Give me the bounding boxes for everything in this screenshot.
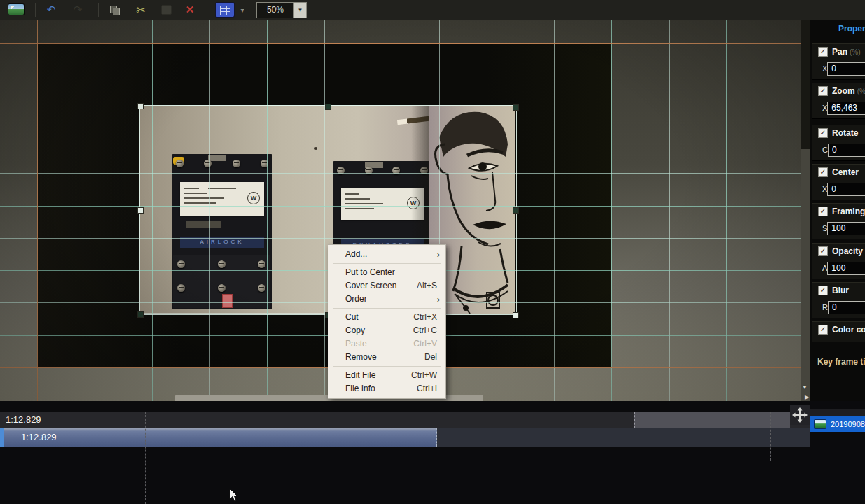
zoom-dropdown-button[interactable]: ▾ [293,3,306,18]
contactor-left: W AIRLOCK [172,154,272,309]
property-value-input[interactable] [828,144,865,157]
properties-panel: Properties ✓ Color correct Key frame tim… [810,20,865,410]
property-section: ✓ Blur R [812,282,865,318]
zoom-level-value: 50% [257,3,293,18]
redo-button[interactable]: ↷ [69,0,87,20]
checkbox-checked-icon[interactable]: ✓ [818,128,828,138]
context-menu-item[interactable]: Copy Ctrl+C [328,324,445,337]
property-section: ✓ Zoom (%) X [812,83,865,119]
move-cursor-icon [790,405,810,425]
track-duration: 1:12.829 [6,414,41,425]
checkbox-checked-icon[interactable]: ✓ [818,206,828,216]
toolbar-separator [35,3,36,17]
grid-orange-line [611,20,611,401]
zoom-combobox[interactable]: 50% ▾ [256,2,307,18]
context-menu-item[interactable]: Put to Center [328,266,445,279]
timeline-marker [145,412,146,504]
context-menu-item[interactable]: Cut Ctrl+X [328,311,445,324]
key-frame-time-label: Key frame time [817,357,865,367]
submenu-arrow-icon: › [437,248,440,261]
redo-icon: ↷ [74,4,83,16]
file-name: 20190908 [831,420,865,428]
caret-down-icon: ▾ [240,6,244,14]
grid-orange-line [37,20,38,401]
selection-handle[interactable] [513,104,519,111]
property-value-input[interactable] [827,62,865,76]
scroll-right-arrow-icon[interactable]: ▶ [805,394,809,400]
menu-separator [333,366,441,367]
clip-bar[interactable]: 1:12.829 [4,428,437,447]
file-list-item-selected[interactable]: 20190908 [810,416,865,432]
property-section: ✓ Center X [812,164,865,200]
timeline: 1:12.829 1:12.829 [0,401,865,504]
context-menu-item[interactable]: Edit File Ctrl+W [328,369,445,382]
brand-logo-icon: W [247,192,260,204]
menu-separator [333,263,441,264]
context-menu-item[interactable]: Add... › [328,248,445,261]
selection-handle[interactable] [513,312,519,318]
grid-icon [220,6,230,15]
checkbox-checked-icon[interactable]: ✓ [818,246,828,256]
timeline-track[interactable]: 1:12.829 [0,412,810,428]
grid-options-caret[interactable]: ▾ [237,0,248,20]
cut-button[interactable]: ✂ [132,0,150,20]
grid-toggle-button[interactable] [216,3,234,17]
property-value-input[interactable] [828,301,865,314]
property-value-input[interactable] [827,262,865,275]
selection-handle[interactable] [137,103,144,109]
checkbox-checked-icon[interactable]: ✓ [818,286,828,295]
undo-icon: ↶ [47,4,56,16]
track-segment[interactable] [634,412,790,428]
delete-icon: ✕ [186,4,195,16]
selection-handle[interactable] [137,312,144,318]
duplicate-button[interactable] [105,0,123,20]
context-menu-item[interactable]: Order › [328,293,445,306]
property-section: ✓ Rotate C [812,125,865,161]
property-section: ✓ Opacity A [812,243,865,279]
duplicate-icon [110,6,119,15]
property-value-input[interactable] [827,102,865,115]
timeline-marker [770,412,772,461]
toolbar: ↶ ↷ ✂ ✕ ▾ 50% ▾ [0,0,865,20]
property-value-input[interactable] [827,183,865,196]
toolbar-separator [209,3,209,17]
vertical-scrollbar[interactable] [801,20,810,401]
grid-orange-line [0,43,801,44]
app-logo-icon [8,4,24,15]
undo-button[interactable]: ↶ [42,0,60,20]
checkbox-checked-icon[interactable]: ✓ [818,325,828,335]
delete-button[interactable]: ✕ [181,0,199,20]
property-section: ✓ Framing S [812,203,865,239]
scroll-down-arrow-icon[interactable]: ▼ [802,384,808,391]
context-menu-item[interactable]: Paste Ctrl+V [328,337,445,351]
selection-handle[interactable] [137,207,144,214]
color-correct-section: ✓ Color correct [812,321,865,342]
checkbox-checked-icon[interactable]: ✓ [818,47,828,57]
selection-handle[interactable] [513,207,519,214]
file-thumbnail-icon [815,420,826,428]
checkbox-checked-icon[interactable]: ✓ [818,167,828,177]
panel-title: Properties [838,24,865,34]
app-window: ↶ ↷ ✂ ✕ ▾ 50% ▾ [0,0,865,504]
context-menu: Add... › Put to Center Cover Screen Alt+… [328,244,446,399]
property-section: ✓ Pan (%) X [812,43,865,80]
property-value-input[interactable] [827,222,865,235]
checkbox-checked-icon[interactable]: ✓ [818,86,828,96]
vertical-scrollbar-thumb[interactable] [801,20,810,149]
paste-button[interactable] [157,0,175,20]
caret-down-icon: ▾ [298,6,302,13]
selection-handle[interactable] [325,104,331,110]
context-menu-item[interactable]: File Info Ctrl+I [328,382,445,396]
submenu-arrow-icon: › [437,293,440,306]
context-menu-item[interactable]: Cover Screen Alt+S [328,279,445,293]
scissors-icon: ✂ [136,4,145,17]
clip-duration: 1:12.829 [21,432,57,442]
paste-icon [161,5,172,15]
context-menu-item[interactable]: Remove Del [328,351,445,364]
toolbar-separator [98,3,99,17]
color-correct-label: Color correct [832,325,865,335]
timeline-clip-row[interactable]: 1:12.829 [0,428,810,447]
menu-separator [333,308,441,309]
